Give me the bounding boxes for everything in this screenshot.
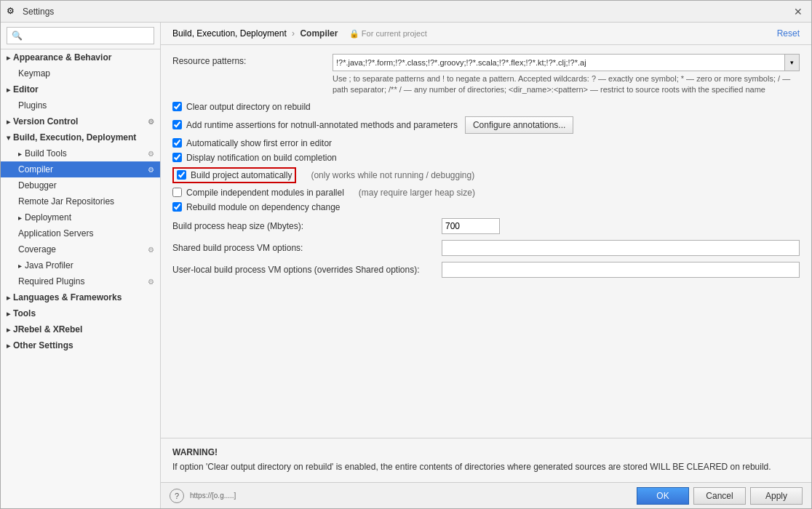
arrow-icon: ▾ [7,134,10,142]
checkbox-clear-output: Clear output directory on rebuild [172,102,800,112]
settings-body: Resource patterns: ▾ Use ; to separate p… [161,45,811,438]
resource-patterns-row: Resource patterns: ▾ Use ; to separate p… [172,54,800,96]
show-first-error-checkbox[interactable] [172,138,182,148]
compile-parallel-checkbox[interactable] [172,188,182,197]
checkbox-build-auto: Build project automatically (only works … [172,167,800,183]
user-local-vm-input[interactable] [442,262,800,278]
sidebar-item-debugger[interactable]: Debugger [1,177,160,193]
shared-vm-label: Shared build process VM options: [172,243,442,253]
sidebar-item-java-profiler[interactable]: ▸ Java Profiler [1,257,160,273]
gear-icon: ⚙ [148,118,154,126]
help-button[interactable]: ? [170,489,184,503]
main-header: Build, Execution, Deployment › Compiler … [161,23,811,45]
title-bar: ⚙ Settings ✕ [1,1,811,23]
display-notification-checkbox[interactable] [172,153,182,162]
gear-icon: ⚙ [148,278,154,286]
heap-size-label: Build process heap size (Mbytes): [172,221,442,231]
sidebar-item-tools[interactable]: ▸ Tools [1,305,160,321]
search-box [1,23,160,49]
for-current-label: 🔒 For current project [349,29,427,38]
warning-text: If option 'Clear output directory on reb… [172,460,800,473]
sidebar-item-remote-jar[interactable]: Remote Jar Repositories [1,193,160,209]
sidebar-item-appearance[interactable]: ▸ Appearance & Behavior [1,49,160,65]
checkbox-show-first-error: Automatically show first error in editor [172,138,800,148]
build-auto-highlighted: Build project automatically [172,167,296,183]
arrow-icon: ▸ [7,86,10,94]
settings-window: ⚙ Settings ✕ ▸ Appearance & Behavior Key… [0,0,812,509]
window-title: Settings [23,7,791,17]
checkbox-display-notification: Display notification on build completion [172,153,800,163]
main-content: ▸ Appearance & Behavior Keymap ▸ Editor … [1,23,811,508]
add-runtime-checkbox[interactable] [172,120,182,129]
arrow-icon: ▸ [18,150,22,158]
sidebar-item-coverage[interactable]: Coverage ⚙ [1,241,160,257]
sidebar-item-other-settings[interactable]: ▸ Other Settings [1,337,160,353]
sidebar-item-plugins[interactable]: Plugins [1,97,160,113]
resource-input-wrap: ▾ [333,54,800,71]
close-button[interactable]: ✕ [791,4,805,19]
arrow-icon: ▸ [18,214,22,222]
gear-icon: ⚙ [148,150,154,158]
shared-vm-input-wrap [442,240,800,256]
bottom-bar: ? https://[o.g.....] OK Cancel Apply [161,482,811,508]
search-input[interactable] [7,27,154,44]
resource-patterns-label: Resource patterns: [172,54,333,66]
sidebar-item-version-control[interactable]: ▸ Version Control ⚙ [1,113,160,129]
breadcrumb-separator: › [292,28,295,39]
main-panel: Build, Execution, Deployment › Compiler … [161,23,811,508]
sidebar-item-build-execution[interactable]: ▾ Build, Execution, Deployment [1,129,160,145]
sidebar-item-build-tools[interactable]: ▸ Build Tools ⚙ [1,145,160,161]
sidebar-item-languages[interactable]: ▸ Languages & Frameworks [1,289,160,305]
shared-vm-row: Shared build process VM options: [172,240,800,256]
sidebar-item-jrebel[interactable]: ▸ JRebel & XRebel [1,321,160,337]
breadcrumb-current: Compiler [300,28,338,39]
apply-button[interactable]: Apply [750,487,803,505]
user-local-vm-row: User-local build process VM options (ove… [172,262,800,278]
configure-annotations-button[interactable]: Configure annotations... [465,116,573,134]
rebuild-module-checkbox[interactable] [172,202,182,212]
sidebar-item-compiler[interactable]: Compiler ⚙ [1,161,160,177]
arrow-icon: ▸ [7,54,10,62]
arrow-icon: ▸ [7,310,10,318]
arrow-icon: ▸ [18,262,22,270]
arrow-icon: ▸ [7,326,10,334]
resource-patterns-hint: Use ; to separate patterns and ! to nega… [333,73,800,96]
user-local-vm-label: User-local build process VM options (ove… [172,265,442,275]
title-bar-buttons: ✕ [791,4,805,19]
sidebar-item-keymap[interactable]: Keymap [1,65,160,81]
url-display: https://[o.g.....] [190,492,236,500]
bottom-left: ? https://[o.g.....] [170,489,632,503]
warning-title: WARNING! [172,447,800,457]
breadcrumb: Build, Execution, Deployment › Compiler … [172,28,427,39]
build-auto-checkbox[interactable] [177,170,186,180]
resource-expand-button[interactable]: ▾ [785,54,800,71]
clear-output-checkbox[interactable] [172,102,182,111]
warning-section: WARNING! If option 'Clear output directo… [161,438,811,482]
heap-size-input[interactable] [442,218,500,234]
app-icon: ⚙ [7,6,18,17]
arrow-icon: ▸ [7,342,10,350]
resource-patterns-input[interactable] [333,54,785,71]
arrow-icon: ▸ [7,118,10,126]
resource-patterns-control: ▾ Use ; to separate patterns and ! to ne… [333,54,800,96]
shared-vm-input[interactable] [442,240,800,256]
sidebar-item-editor[interactable]: ▸ Editor [1,81,160,97]
gear-icon: ⚙ [148,166,154,174]
cancel-button[interactable]: Cancel [693,487,746,505]
gear-icon: ⚙ [148,246,154,254]
heap-size-row: Build process heap size (Mbytes): [172,218,800,234]
user-local-vm-input-wrap [442,262,800,278]
sidebar-item-deployment[interactable]: ▸ Deployment [1,209,160,225]
breadcrumb-path: Build, Execution, Deployment [172,28,287,39]
checkbox-rebuild-module: Rebuild module on dependency change [172,202,800,212]
arrow-icon: ▸ [7,294,10,302]
sidebar: ▸ Appearance & Behavior Keymap ▸ Editor … [1,23,161,508]
ok-button[interactable]: OK [637,487,689,505]
sidebar-item-required-plugins[interactable]: Required Plugins ⚙ [1,273,160,289]
checkbox-compile-parallel: Compile independent modules in parallel … [172,188,800,198]
reset-link[interactable]: Reset [777,28,800,39]
checkbox-add-runtime: Add runtime assertions for notnull-annot… [172,116,800,134]
sidebar-item-app-servers[interactable]: Application Servers [1,225,160,241]
